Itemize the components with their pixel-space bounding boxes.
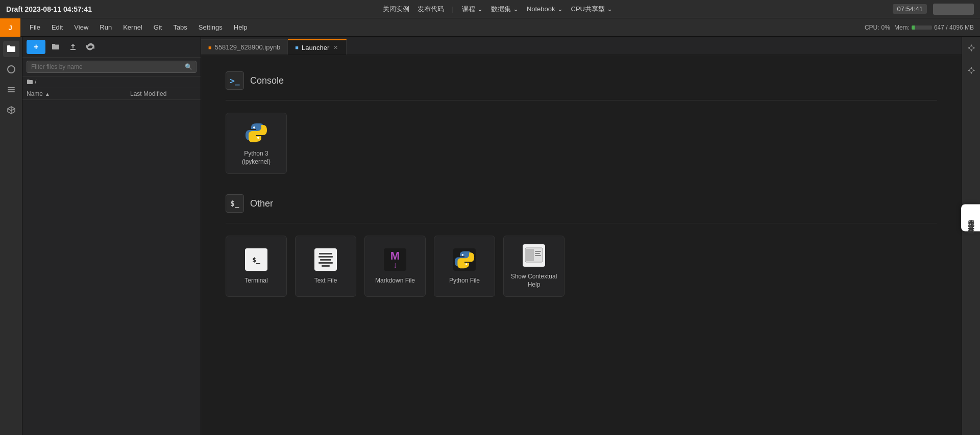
filter-input-container: 🔍 xyxy=(27,61,197,73)
right-panel xyxy=(962,37,980,435)
top-bar-right: 07:54:41 xyxy=(893,4,974,15)
new-folder-button[interactable] xyxy=(48,40,63,54)
terminal-icon: $_ xyxy=(244,247,268,272)
svg-point-6 xyxy=(253,126,255,129)
svg-rect-14 xyxy=(535,255,541,256)
terminal-label: Terminal xyxy=(244,277,267,285)
new-button[interactable]: + xyxy=(27,40,45,54)
file-panel: + 🔍 xyxy=(22,37,201,435)
menu-help[interactable]: Help xyxy=(229,21,253,33)
cpu-dropdown[interactable]: CPU共享型 ⌄ xyxy=(571,5,612,14)
svg-rect-3 xyxy=(8,87,15,88)
search-icon: 🔍 xyxy=(185,63,192,70)
top-bar-center: 关闭实例 发布代码 | 课程 ⌄ 数据集 ⌄ Notebook ⌄ CPU共享型… xyxy=(102,5,893,14)
folder-icon xyxy=(27,79,33,85)
time-display: 07:54:41 xyxy=(893,4,927,14)
console-section-icon: >_ xyxy=(226,71,244,90)
file-list xyxy=(22,100,201,435)
svg-rect-4 xyxy=(8,89,15,90)
other-divider xyxy=(226,223,937,223)
menu-run[interactable]: Run xyxy=(94,21,117,33)
menu-bar: J File Edit View Run Kernel Git Tabs Set… xyxy=(0,18,980,37)
tab-notebook-label: 558129_628900.ipynb xyxy=(215,43,281,51)
terminal-card[interactable]: $_ Terminal xyxy=(226,236,287,297)
mem-display: Mem: 647 / 4096 MB xyxy=(894,24,974,31)
sidebar-icon-cube[interactable] xyxy=(3,102,19,118)
menu-items: File Edit View Run Kernel Git Tabs Setti… xyxy=(20,21,257,33)
contextualhelp-label: Show ContextualHelp xyxy=(511,273,557,289)
content-area: ■ 558129_628900.ipynb ■ Launcher ✕ >_ Co… xyxy=(201,37,962,435)
cpu-display: CPU: 0% xyxy=(865,24,890,31)
svg-point-8 xyxy=(462,254,464,256)
python3-card[interactable]: Python 3(ipykernel) xyxy=(226,113,287,174)
svg-rect-13 xyxy=(535,253,540,254)
mem-bar xyxy=(912,25,932,30)
col-modified-header[interactable]: Last Modified xyxy=(130,90,197,97)
menu-edit[interactable]: Edit xyxy=(46,21,68,33)
upload-button[interactable] xyxy=(66,40,80,54)
filter-input-wrap: 🔍 xyxy=(22,58,201,76)
course-dropdown[interactable]: 课程 ⌄ xyxy=(462,5,483,14)
col-name-header[interactable]: Name ▲ xyxy=(27,90,130,97)
breadcrumb: / xyxy=(22,76,201,88)
menu-tabs[interactable]: Tabs xyxy=(168,21,192,33)
dataset-dropdown[interactable]: 数据集 ⌄ xyxy=(491,5,519,14)
tab-notebook[interactable]: ■ 558129_628900.ipynb xyxy=(201,39,288,55)
notebook-dropdown[interactable]: Notebook ⌄ xyxy=(527,5,563,13)
sidebar-icon-folder[interactable] xyxy=(3,41,19,57)
menu-view[interactable]: View xyxy=(69,21,93,33)
launcher-content: >_ Console xyxy=(201,55,962,435)
menu-git[interactable]: Git xyxy=(149,21,167,33)
textfile-card[interactable]: Text File xyxy=(295,236,356,297)
separator: | xyxy=(452,5,454,13)
trial-button[interactable] xyxy=(933,4,974,15)
menu-kernel[interactable]: Kernel xyxy=(118,21,148,33)
app-title: Draft 2023-08-11 04:57:41 xyxy=(6,5,92,13)
top-bar: Draft 2023-08-11 04:57:41 关闭实例 发布代码 | 课程… xyxy=(0,0,980,18)
notebook-tab-icon: ■ xyxy=(208,44,212,50)
other-launcher-grid: $_ Terminal xyxy=(226,236,937,297)
textfile-icon xyxy=(313,247,338,272)
launcher-tab-icon: ■ xyxy=(295,44,299,50)
svg-point-2 xyxy=(8,66,15,73)
svg-text:J: J xyxy=(8,24,12,32)
sidebar-icon-circle[interactable] xyxy=(3,61,19,78)
markdownfile-icon: M ↓ xyxy=(383,247,407,272)
svg-point-9 xyxy=(465,263,468,265)
file-panel-toolbar: + xyxy=(22,37,201,58)
right-settings-icon-2[interactable] xyxy=(964,63,978,78)
tab-launcher[interactable]: ■ Launcher ✕ xyxy=(288,39,347,55)
menu-bar-right: CPU: 0% Mem: 647 / 4096 MB xyxy=(865,24,980,31)
main-layout: + 🔍 xyxy=(0,37,980,435)
mem-bar-fill xyxy=(912,25,915,30)
filter-input[interactable] xyxy=(27,61,197,73)
contextualhelp-icon xyxy=(522,243,546,268)
other-section-icon: $_ xyxy=(226,194,244,213)
console-section-title: Console xyxy=(250,75,284,86)
publish-code-btn[interactable]: 发布代码 xyxy=(418,5,444,14)
python3-label: Python 3(ipykernel) xyxy=(242,150,271,166)
markdownfile-card[interactable]: M ↓ Markdown File xyxy=(364,236,426,297)
right-settings-icon-1[interactable] xyxy=(964,41,978,55)
svg-rect-5 xyxy=(8,91,15,92)
pythonfile-card[interactable]: Python File xyxy=(434,236,495,297)
menu-settings[interactable]: Settings xyxy=(193,21,228,33)
tab-bar: ■ 558129_628900.ipynb ■ Launcher ✕ xyxy=(201,37,962,55)
refresh-button[interactable] xyxy=(83,40,97,54)
console-section-header: >_ Console xyxy=(226,71,937,90)
trial-float-button[interactable]: 免费试用｜云开发挑战赛 xyxy=(961,204,980,231)
markdownfile-label: Markdown File xyxy=(375,277,415,285)
pythonfile-icon xyxy=(452,247,477,272)
tab-launcher-label: Launcher xyxy=(302,44,329,52)
sidebar-icon-list[interactable] xyxy=(3,82,19,98)
pythonfile-label: Python File xyxy=(449,277,480,285)
tab-close-button[interactable]: ✕ xyxy=(332,44,339,52)
console-launcher-grid: Python 3(ipykernel) xyxy=(226,113,937,174)
close-instance-btn[interactable]: 关闭实例 xyxy=(383,5,409,14)
svg-rect-11 xyxy=(526,249,534,261)
menu-file[interactable]: File xyxy=(24,21,45,33)
contextualhelp-card[interactable]: Show ContextualHelp xyxy=(503,236,565,297)
textfile-label: Text File xyxy=(314,277,337,285)
other-section-header: $_ Other xyxy=(226,194,937,213)
sidebar-icons xyxy=(0,37,22,435)
